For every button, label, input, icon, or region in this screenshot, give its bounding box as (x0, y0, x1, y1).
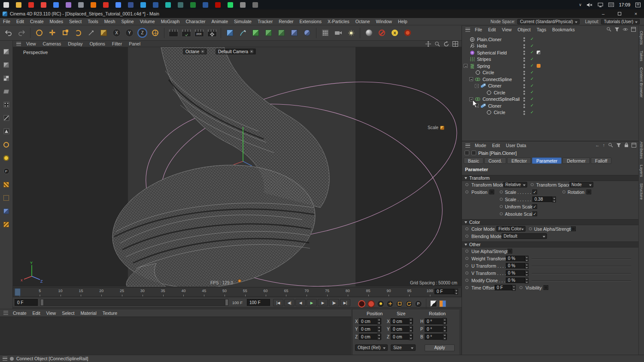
history-back-icon[interactable]: ← (595, 142, 600, 148)
notification-center-icon[interactable] (635, 3, 641, 7)
edges-mode-icon[interactable] (2, 113, 11, 123)
taskbar-app-icon[interactable] (128, 2, 134, 8)
move-tool-icon[interactable]: ✛ (46, 27, 58, 39)
use-alpha-checkbox[interactable] (507, 249, 512, 253)
side-tab[interactable]: Objects (639, 31, 644, 45)
menu-item[interactable]: Create (27, 19, 47, 24)
spinner[interactable] (525, 278, 529, 284)
taskbar-app-icon[interactable] (16, 2, 21, 8)
texture-mode-icon[interactable] (2, 73, 11, 83)
anim-dot[interactable] (500, 190, 503, 193)
side-tab[interactable]: Attributes (639, 142, 644, 159)
transport-button[interactable]: ▶ (318, 299, 328, 306)
menu-item[interactable]: Render (276, 19, 296, 24)
transport-button[interactable]: |▶ (329, 299, 339, 306)
taskbar-app-icon[interactable] (115, 2, 121, 8)
tree-row[interactable]: ConnectSpline ✓ (462, 76, 639, 83)
search-icon[interactable] (606, 27, 611, 32)
side-tab[interactable]: Content Browser (639, 67, 644, 98)
enable-check-icon[interactable]: ✓ (530, 57, 534, 61)
visibility-dots-icon[interactable] (523, 111, 525, 115)
attribute-menu-item[interactable]: Mode (472, 143, 489, 148)
collapse-expander[interactable] (469, 77, 473, 81)
gear-icon[interactable] (201, 50, 204, 53)
enable-check-icon[interactable]: ✓ (530, 90, 534, 94)
anim-dot[interactable] (465, 286, 468, 289)
menu-item[interactable]: Character (182, 19, 208, 24)
menu-item[interactable]: Volume (137, 19, 158, 24)
taskbar-app-icon[interactable] (66, 2, 71, 8)
menu-item[interactable]: Simulate (231, 19, 255, 24)
phong-tag-icon[interactable] (537, 64, 541, 68)
visibility-dots-icon[interactable] (523, 37, 525, 42)
visibility-dots-icon[interactable] (523, 90, 525, 95)
taskbar-app-icon[interactable] (240, 2, 246, 8)
menu-item[interactable]: Help (395, 19, 410, 24)
size-mode-dropdown[interactable]: Size (391, 344, 416, 351)
spinner[interactable] (409, 326, 413, 332)
spline-pen-icon[interactable] (237, 27, 249, 39)
record-scale-button[interactable] (396, 300, 403, 308)
transport-button[interactable]: ▶| (340, 299, 350, 306)
attribute-hamburger-icon[interactable] (465, 144, 470, 148)
anim-dot[interactable] (529, 227, 532, 230)
point-level-animation-icon[interactable]: P (2, 166, 11, 176)
add-cube-icon[interactable] (224, 27, 236, 39)
spinner[interactable] (525, 256, 529, 262)
transform-section-header[interactable]: Transform (462, 175, 639, 181)
transport-button[interactable]: ◀ (295, 299, 306, 306)
rotation-checkbox[interactable] (586, 190, 591, 194)
transform-mode-dropdown[interactable]: Relative (503, 182, 527, 187)
viewport-menu-item[interactable]: Panel (125, 41, 144, 46)
anim-dot[interactable] (465, 257, 468, 260)
visibility-dots-icon[interactable] (523, 104, 525, 108)
object-manager-menu-item[interactable]: File (472, 27, 485, 32)
enable-check-icon[interactable]: ✓ (530, 70, 534, 75)
range-end-handle[interactable] (225, 299, 228, 305)
lock-icon[interactable] (624, 142, 629, 148)
v-transform-field[interactable]: 0 % (506, 270, 525, 276)
tray-chevron-icon[interactable]: ∨ (579, 3, 582, 7)
enable-check-icon[interactable]: ✓ (530, 63, 534, 68)
tree-row[interactable]: Circle ✓ (462, 109, 639, 116)
weight-transform-slider[interactable] (532, 259, 631, 259)
anim-dot[interactable] (465, 264, 468, 267)
use-alpha-checkbox[interactable] (571, 226, 576, 231)
collapse-expander[interactable] (475, 84, 479, 88)
viewport-menu-item[interactable]: View (23, 41, 39, 46)
current-frame-field[interactable]: 0 F (434, 289, 454, 294)
default-camera-pill[interactable]: Default Camera (216, 48, 256, 54)
spinner[interactable] (525, 270, 529, 276)
object-manager-menu-item[interactable]: Edit (485, 27, 499, 32)
toggle-views-icon[interactable] (453, 41, 458, 47)
camera-object-icon[interactable] (332, 27, 344, 39)
taskbar-app-icon[interactable] (215, 2, 221, 8)
taskbar-app-icon[interactable] (3, 2, 9, 8)
side-tab[interactable]: Structure (639, 183, 644, 200)
enable-check-icon[interactable]: ✓ (530, 50, 534, 54)
taskbar-app-icon[interactable] (140, 2, 146, 8)
tab-deformer[interactable]: Deformer (562, 157, 590, 164)
close-button[interactable]: × (628, 9, 644, 18)
floor-array-icon[interactable] (319, 27, 331, 39)
solo-mode-icon[interactable] (2, 153, 11, 163)
material-menu-item[interactable]: Create (10, 311, 30, 316)
anim-dot[interactable] (465, 190, 468, 193)
menu-item[interactable]: Modes (47, 19, 67, 24)
spinner[interactable] (377, 318, 381, 325)
modeling-settings-icon[interactable] (2, 220, 11, 229)
redo-icon[interactable] (15, 27, 27, 39)
minimize-button[interactable]: – (595, 9, 611, 18)
material-ball-icon[interactable] (363, 27, 375, 39)
lock-x-button[interactable]: X (111, 27, 122, 39)
menu-item[interactable]: Window (373, 19, 395, 24)
octane-icon[interactable] (402, 27, 413, 39)
anim-dot[interactable] (465, 250, 468, 253)
spinner[interactable] (377, 333, 381, 340)
menu-item[interactable]: Spline (118, 19, 137, 24)
visibility-dots-icon[interactable] (523, 77, 525, 81)
material-menu-item[interactable]: Select (59, 311, 77, 316)
preview-range-bar[interactable]: 100 F (40, 299, 228, 306)
enable-check-icon[interactable]: ✓ (530, 36, 534, 41)
tab-falloff[interactable]: Falloff (591, 157, 611, 164)
